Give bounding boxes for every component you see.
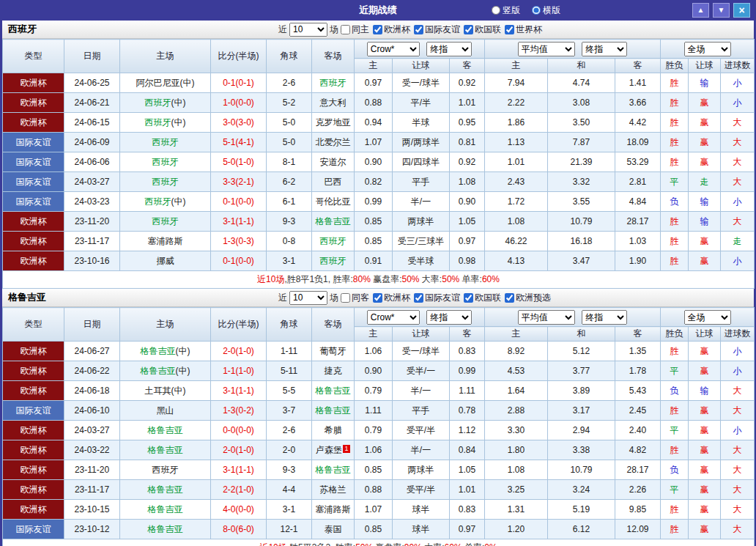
summary-row: 近10场,胜5平3负2, 胜率:50% 赢盘率:90% 大率:60% 单率:0%: [3, 539, 755, 546]
league-filter-group: 欧洲杯 国际友谊 欧国联: [373, 292, 555, 304]
summary-cell: 近10场,胜8平1负1, 胜率:80% 赢盘率:50% 大率:50% 单率:60…: [3, 271, 755, 289]
result-cell: 胜: [661, 342, 689, 361]
home-team-suffix: (中): [171, 97, 186, 108]
result-cell: 胜: [661, 73, 689, 93]
league-filter[interactable]: 国际友谊: [414, 292, 460, 304]
avg-home-cell: 4.53: [485, 361, 548, 381]
summary-row: 近10场,胜8平1负1, 胜率:80% 赢盘率:50% 大率:50% 单率:60…: [3, 271, 755, 289]
avg-home-cell: 1.20: [485, 520, 548, 539]
result-cell: 负: [661, 460, 689, 480]
league-label: 欧洲预选: [516, 292, 551, 304]
score-cell: 3-0(3-0): [211, 113, 267, 133]
vertical-radio[interactable]: [492, 6, 500, 15]
bookmaker-select[interactable]: Crow*: [367, 310, 420, 325]
away-team-cell: 希腊: [312, 421, 355, 440]
cover-cell: 赢: [689, 460, 721, 480]
avg-draw-cell: 3.38: [548, 440, 615, 460]
match-count-select[interactable]: 10: [289, 23, 327, 37]
league-checkbox[interactable]: [373, 25, 382, 34]
away-team-cell: 意大利: [312, 93, 355, 113]
average-select[interactable]: 平均值: [518, 42, 575, 56]
horizontal-layout-option[interactable]: 横版: [532, 4, 560, 17]
league-filter[interactable]: 欧洲杯: [373, 23, 410, 36]
result-text: 胜: [670, 236, 679, 246]
titlebar: 近期战绩 竖版 横版 ▲ ▼ ×: [2, 0, 754, 21]
move-up-button[interactable]: ▲: [692, 3, 709, 18]
handicap-cell: 半/一: [393, 381, 450, 401]
avg-away-cell: 1.35: [615, 342, 661, 361]
league-checkbox[interactable]: [373, 293, 382, 303]
competition-badge: 欧洲杯: [3, 421, 64, 440]
league-checkbox[interactable]: [464, 25, 473, 34]
odds-stage-select-2[interactable]: 终指: [582, 310, 627, 325]
away-team-name: 塞浦路斯: [316, 504, 351, 514]
league-filter[interactable]: 欧国联: [464, 292, 501, 304]
near-label: 近: [278, 23, 287, 36]
avg-home-cell: 2.22: [485, 93, 548, 113]
move-down-button[interactable]: ▼: [713, 3, 730, 18]
scope-select[interactable]: 全场: [684, 310, 731, 325]
league-checkbox[interactable]: [414, 25, 423, 34]
odds-away-cell: 1.01: [450, 93, 485, 113]
odds-home-cell: 0.99: [355, 192, 393, 212]
vertical-layout-option[interactable]: 竖版: [492, 4, 520, 17]
close-button[interactable]: ×: [733, 3, 750, 18]
date-cell: 23-11-17: [64, 232, 120, 251]
summary-text-part: ,胜8平1负1, 胜率:: [284, 274, 352, 284]
home-team-cell: 格鲁吉亚: [120, 440, 211, 460]
league-filter[interactable]: 欧洲预选: [505, 292, 551, 304]
result-cell: 平: [661, 172, 689, 192]
window-title: 近期战绩: [2, 0, 754, 21]
bookmaker-select[interactable]: Crow*: [367, 42, 420, 56]
handicap-odds-group: Crow* 终指: [355, 308, 485, 327]
match-count-select[interactable]: 10: [289, 291, 327, 305]
corner-cell: 4-4: [267, 480, 312, 500]
avg-away-cell: 2.26: [615, 480, 661, 500]
type-cell: 国际友谊: [3, 401, 64, 421]
home-team-cell: 格鲁吉亚: [120, 480, 211, 500]
horizontal-radio[interactable]: [532, 6, 541, 15]
average-select[interactable]: 平均值: [518, 310, 575, 325]
result-text: 胜: [670, 97, 679, 108]
home-team-name: 塞浦路斯: [148, 236, 183, 246]
avg-draw-cell: 2.94: [548, 421, 615, 440]
odds-stage-select[interactable]: 终指: [426, 42, 472, 56]
home-team-name: 格鲁吉亚: [141, 366, 176, 376]
type-cell: 国际友谊: [3, 133, 64, 152]
date-cell: 24-03-27: [64, 172, 120, 192]
same-venue-filter[interactable]: 同客: [341, 292, 369, 304]
same-venue-checkbox[interactable]: [341, 25, 350, 34]
league-checkbox[interactable]: [505, 293, 514, 303]
league-checkbox[interactable]: [414, 293, 423, 303]
away-team-name: 克罗地亚: [316, 117, 351, 128]
same-venue-filter[interactable]: 同主: [341, 23, 369, 36]
odds-stage-select-2[interactable]: 终指: [582, 42, 627, 56]
odds-stage-select[interactable]: 终指: [426, 310, 472, 325]
sub-header-result: 胜负: [661, 59, 689, 73]
type-cell: 欧洲杯: [3, 460, 64, 480]
league-filter[interactable]: 欧国联: [464, 23, 501, 36]
scope-select[interactable]: 全场: [684, 42, 731, 56]
sub-header-cover: 让球: [689, 327, 721, 342]
league-checkbox[interactable]: [505, 25, 514, 34]
away-team-name: 卢森堡: [316, 445, 342, 455]
avg-draw-cell: 6.12: [548, 520, 615, 539]
away-team-name: 希腊: [325, 425, 342, 435]
result-text: 胜: [670, 524, 679, 534]
league-filter[interactable]: 世界杯: [505, 23, 542, 36]
home-team-cell: 格鲁吉亚: [120, 421, 211, 440]
score-cell: 3-1(1-1): [211, 381, 267, 401]
match-row: 国际友谊 24-06-06 西班牙 5-0(1-0) 8-1 安道尔 0.90 …: [3, 152, 755, 172]
league-filter[interactable]: 国际友谊: [414, 23, 460, 36]
same-venue-checkbox[interactable]: [341, 293, 350, 303]
home-team-name: 阿尔巴尼亚(中): [136, 78, 195, 88]
home-team-name: 西班牙: [152, 216, 179, 226]
result-cell: 胜: [661, 152, 689, 172]
col-header-home: 主场: [120, 40, 211, 73]
league-checkbox[interactable]: [464, 293, 473, 303]
cover-text: 赢: [700, 157, 709, 167]
goals-cell: 小: [721, 361, 755, 381]
result-text: 胜: [670, 117, 679, 128]
league-filter[interactable]: 欧洲杯: [373, 292, 410, 304]
odds-away-cell: 1.12: [450, 421, 485, 440]
